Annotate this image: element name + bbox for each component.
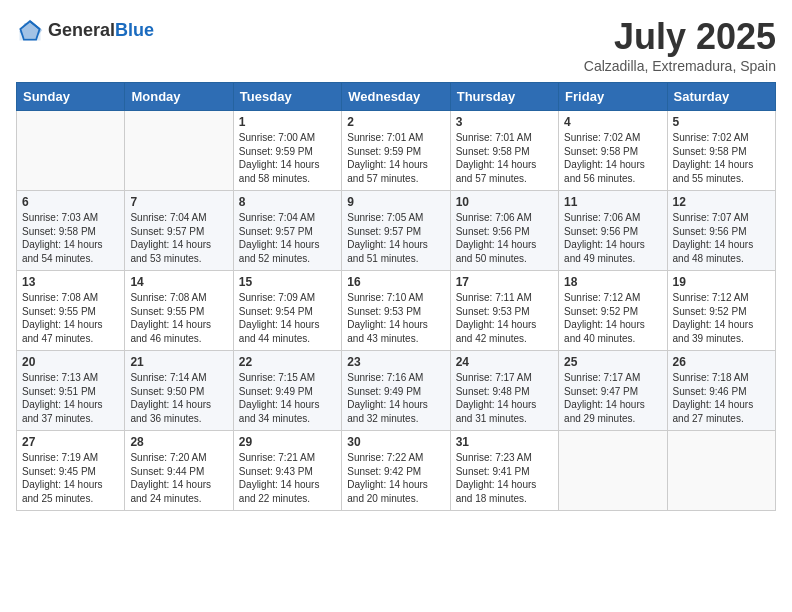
calendar-cell: 3Sunrise: 7:01 AMSunset: 9:58 PMDaylight… — [450, 111, 558, 191]
calendar-cell: 29Sunrise: 7:21 AMSunset: 9:43 PMDayligh… — [233, 431, 341, 511]
calendar-table: SundayMondayTuesdayWednesdayThursdayFrid… — [16, 82, 776, 511]
cell-sun-info: Sunrise: 7:17 AMSunset: 9:48 PMDaylight:… — [456, 371, 553, 425]
cell-sun-info: Sunrise: 7:17 AMSunset: 9:47 PMDaylight:… — [564, 371, 661, 425]
calendar-cell: 31Sunrise: 7:23 AMSunset: 9:41 PMDayligh… — [450, 431, 558, 511]
logo: GeneralBlue — [16, 16, 154, 44]
cell-sun-info: Sunrise: 7:16 AMSunset: 9:49 PMDaylight:… — [347, 371, 444, 425]
day-number: 29 — [239, 435, 336, 449]
weekday-header-wednesday: Wednesday — [342, 83, 450, 111]
cell-sun-info: Sunrise: 7:07 AMSunset: 9:56 PMDaylight:… — [673, 211, 770, 265]
calendar-cell: 20Sunrise: 7:13 AMSunset: 9:51 PMDayligh… — [17, 351, 125, 431]
calendar-week-row: 13Sunrise: 7:08 AMSunset: 9:55 PMDayligh… — [17, 271, 776, 351]
calendar-cell: 2Sunrise: 7:01 AMSunset: 9:59 PMDaylight… — [342, 111, 450, 191]
cell-sun-info: Sunrise: 7:22 AMSunset: 9:42 PMDaylight:… — [347, 451, 444, 505]
cell-sun-info: Sunrise: 7:04 AMSunset: 9:57 PMDaylight:… — [239, 211, 336, 265]
day-number: 12 — [673, 195, 770, 209]
calendar-cell: 22Sunrise: 7:15 AMSunset: 9:49 PMDayligh… — [233, 351, 341, 431]
day-number: 25 — [564, 355, 661, 369]
cell-sun-info: Sunrise: 7:14 AMSunset: 9:50 PMDaylight:… — [130, 371, 227, 425]
calendar-cell: 23Sunrise: 7:16 AMSunset: 9:49 PMDayligh… — [342, 351, 450, 431]
weekday-header-row: SundayMondayTuesdayWednesdayThursdayFrid… — [17, 83, 776, 111]
calendar-cell: 19Sunrise: 7:12 AMSunset: 9:52 PMDayligh… — [667, 271, 775, 351]
calendar-cell: 13Sunrise: 7:08 AMSunset: 9:55 PMDayligh… — [17, 271, 125, 351]
calendar-week-row: 27Sunrise: 7:19 AMSunset: 9:45 PMDayligh… — [17, 431, 776, 511]
cell-sun-info: Sunrise: 7:01 AMSunset: 9:59 PMDaylight:… — [347, 131, 444, 185]
calendar-cell: 27Sunrise: 7:19 AMSunset: 9:45 PMDayligh… — [17, 431, 125, 511]
weekday-header-tuesday: Tuesday — [233, 83, 341, 111]
calendar-cell: 21Sunrise: 7:14 AMSunset: 9:50 PMDayligh… — [125, 351, 233, 431]
cell-sun-info: Sunrise: 7:13 AMSunset: 9:51 PMDaylight:… — [22, 371, 119, 425]
day-number: 3 — [456, 115, 553, 129]
day-number: 11 — [564, 195, 661, 209]
calendar-cell: 28Sunrise: 7:20 AMSunset: 9:44 PMDayligh… — [125, 431, 233, 511]
logo-icon — [16, 16, 44, 44]
day-number: 23 — [347, 355, 444, 369]
calendar-cell: 14Sunrise: 7:08 AMSunset: 9:55 PMDayligh… — [125, 271, 233, 351]
cell-sun-info: Sunrise: 7:12 AMSunset: 9:52 PMDaylight:… — [564, 291, 661, 345]
day-number: 24 — [456, 355, 553, 369]
cell-sun-info: Sunrise: 7:23 AMSunset: 9:41 PMDaylight:… — [456, 451, 553, 505]
day-number: 10 — [456, 195, 553, 209]
calendar-cell: 1Sunrise: 7:00 AMSunset: 9:59 PMDaylight… — [233, 111, 341, 191]
cell-sun-info: Sunrise: 7:20 AMSunset: 9:44 PMDaylight:… — [130, 451, 227, 505]
calendar-week-row: 6Sunrise: 7:03 AMSunset: 9:58 PMDaylight… — [17, 191, 776, 271]
day-number: 27 — [22, 435, 119, 449]
cell-sun-info: Sunrise: 7:04 AMSunset: 9:57 PMDaylight:… — [130, 211, 227, 265]
month-title: July 2025 — [584, 16, 776, 58]
cell-sun-info: Sunrise: 7:03 AMSunset: 9:58 PMDaylight:… — [22, 211, 119, 265]
cell-sun-info: Sunrise: 7:06 AMSunset: 9:56 PMDaylight:… — [456, 211, 553, 265]
day-number: 19 — [673, 275, 770, 289]
calendar-cell — [17, 111, 125, 191]
calendar-cell: 25Sunrise: 7:17 AMSunset: 9:47 PMDayligh… — [559, 351, 667, 431]
cell-sun-info: Sunrise: 7:10 AMSunset: 9:53 PMDaylight:… — [347, 291, 444, 345]
cell-sun-info: Sunrise: 7:02 AMSunset: 9:58 PMDaylight:… — [673, 131, 770, 185]
day-number: 31 — [456, 435, 553, 449]
day-number: 14 — [130, 275, 227, 289]
day-number: 26 — [673, 355, 770, 369]
cell-sun-info: Sunrise: 7:00 AMSunset: 9:59 PMDaylight:… — [239, 131, 336, 185]
calendar-week-row: 1Sunrise: 7:00 AMSunset: 9:59 PMDaylight… — [17, 111, 776, 191]
calendar-cell: 10Sunrise: 7:06 AMSunset: 9:56 PMDayligh… — [450, 191, 558, 271]
location-title: Calzadilla, Extremadura, Spain — [584, 58, 776, 74]
cell-sun-info: Sunrise: 7:12 AMSunset: 9:52 PMDaylight:… — [673, 291, 770, 345]
calendar-cell: 4Sunrise: 7:02 AMSunset: 9:58 PMDaylight… — [559, 111, 667, 191]
calendar-cell — [125, 111, 233, 191]
weekday-header-thursday: Thursday — [450, 83, 558, 111]
calendar-week-row: 20Sunrise: 7:13 AMSunset: 9:51 PMDayligh… — [17, 351, 776, 431]
calendar-cell: 7Sunrise: 7:04 AMSunset: 9:57 PMDaylight… — [125, 191, 233, 271]
logo-general: General — [48, 20, 115, 40]
day-number: 20 — [22, 355, 119, 369]
day-number: 13 — [22, 275, 119, 289]
day-number: 5 — [673, 115, 770, 129]
cell-sun-info: Sunrise: 7:02 AMSunset: 9:58 PMDaylight:… — [564, 131, 661, 185]
day-number: 9 — [347, 195, 444, 209]
calendar-cell — [559, 431, 667, 511]
calendar-cell — [667, 431, 775, 511]
cell-sun-info: Sunrise: 7:15 AMSunset: 9:49 PMDaylight:… — [239, 371, 336, 425]
day-number: 7 — [130, 195, 227, 209]
calendar-cell: 5Sunrise: 7:02 AMSunset: 9:58 PMDaylight… — [667, 111, 775, 191]
calendar-cell: 17Sunrise: 7:11 AMSunset: 9:53 PMDayligh… — [450, 271, 558, 351]
day-number: 8 — [239, 195, 336, 209]
calendar-cell: 9Sunrise: 7:05 AMSunset: 9:57 PMDaylight… — [342, 191, 450, 271]
logo-text: GeneralBlue — [48, 20, 154, 41]
weekday-header-saturday: Saturday — [667, 83, 775, 111]
cell-sun-info: Sunrise: 7:08 AMSunset: 9:55 PMDaylight:… — [130, 291, 227, 345]
day-number: 4 — [564, 115, 661, 129]
day-number: 28 — [130, 435, 227, 449]
calendar-cell: 12Sunrise: 7:07 AMSunset: 9:56 PMDayligh… — [667, 191, 775, 271]
logo-blue: Blue — [115, 20, 154, 40]
day-number: 22 — [239, 355, 336, 369]
calendar-cell: 16Sunrise: 7:10 AMSunset: 9:53 PMDayligh… — [342, 271, 450, 351]
weekday-header-monday: Monday — [125, 83, 233, 111]
calendar-cell: 6Sunrise: 7:03 AMSunset: 9:58 PMDaylight… — [17, 191, 125, 271]
day-number: 17 — [456, 275, 553, 289]
day-number: 2 — [347, 115, 444, 129]
cell-sun-info: Sunrise: 7:05 AMSunset: 9:57 PMDaylight:… — [347, 211, 444, 265]
calendar-cell: 26Sunrise: 7:18 AMSunset: 9:46 PMDayligh… — [667, 351, 775, 431]
day-number: 21 — [130, 355, 227, 369]
day-number: 30 — [347, 435, 444, 449]
calendar-cell: 24Sunrise: 7:17 AMSunset: 9:48 PMDayligh… — [450, 351, 558, 431]
day-number: 15 — [239, 275, 336, 289]
day-number: 6 — [22, 195, 119, 209]
